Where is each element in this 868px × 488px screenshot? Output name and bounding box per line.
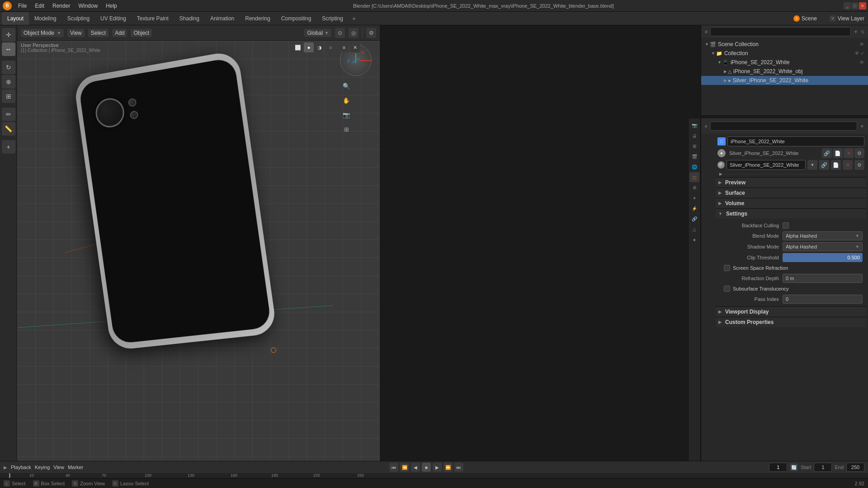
- frame-sync-btn[interactable]: 🔄: [790, 463, 798, 471]
- mat-link-btn[interactable]: 🔗: [819, 160, 829, 170]
- jump-start-btn[interactable]: ⏮: [389, 463, 398, 472]
- eye-icon[interactable]: 👁: [859, 42, 864, 47]
- pan-icon[interactable]: ✋: [340, 94, 353, 107]
- preview-section-header[interactable]: ▶ Preview: [716, 177, 866, 188]
- material-name-dropdown[interactable]: Silver_iPhone_SE_2022_White: [726, 160, 806, 170]
- menu-edit[interactable]: Edit: [31, 2, 48, 10]
- mat-new2-btn[interactable]: 📄: [831, 160, 841, 170]
- tree-collection[interactable]: ▼ 📁 Collection 👁 ✓: [701, 49, 868, 58]
- sort-icon[interactable]: ⇅: [861, 29, 864, 34]
- clip-threshold-input[interactable]: 0.500: [783, 253, 863, 262]
- add-workspace-button[interactable]: +: [349, 13, 359, 24]
- viewport[interactable]: User Perspective (1) Collection | iPhone…: [17, 41, 380, 461]
- tab-sculpting[interactable]: Sculpting: [62, 12, 95, 25]
- tab-compositing[interactable]: Compositing: [276, 12, 317, 25]
- mat-gear-btn[interactable]: ⚙: [854, 160, 864, 170]
- tab-animation[interactable]: Animation: [205, 12, 240, 25]
- wireframe-shading-btn[interactable]: ⬜: [293, 42, 303, 52]
- measure-tool[interactable]: 📏: [2, 122, 15, 136]
- start-frame-input[interactable]: 1: [814, 463, 832, 472]
- rendered-shading-btn[interactable]: ○: [326, 42, 335, 52]
- props-output-tab[interactable]: 🖨: [689, 131, 699, 141]
- select-menu[interactable]: Select: [88, 29, 108, 37]
- mat-browse-btn[interactable]: ▼: [807, 160, 817, 170]
- minimize-button[interactable]: _: [844, 2, 851, 9]
- props-particles-tab[interactable]: ✴: [689, 193, 699, 203]
- collection-eye-icon[interactable]: 👁: [854, 51, 859, 56]
- menu-file[interactable]: File: [14, 2, 30, 10]
- maximize-button[interactable]: □: [851, 2, 859, 9]
- view-menu[interactable]: View: [67, 29, 85, 37]
- scale-tool[interactable]: ⊕: [2, 75, 15, 89]
- props-object-tab[interactable]: ◻: [689, 172, 699, 182]
- shadow-mode-dropdown[interactable]: Alpha Hashed ▼: [783, 242, 863, 251]
- rotate-tool[interactable]: ↻: [2, 61, 15, 74]
- tree-scene-collection[interactable]: ▼ 🎬 Scene Collection 👁: [701, 40, 868, 49]
- solid-shading-btn[interactable]: ●: [304, 42, 314, 52]
- tab-rendering[interactable]: Rendering: [240, 12, 275, 25]
- step-forward-btn[interactable]: ⏩: [443, 463, 453, 472]
- collection-check-icon[interactable]: ✓: [860, 51, 864, 56]
- material-copy-btn[interactable]: 🔗: [822, 148, 832, 158]
- menu-window[interactable]: Window: [75, 2, 101, 10]
- custom-properties-section-header[interactable]: ▶ Custom Properties: [716, 317, 866, 327]
- props-search[interactable]: [710, 122, 857, 131]
- props-modifier-tab[interactable]: ⚙: [689, 183, 699, 192]
- surface-section-header[interactable]: ▶ Surface: [716, 188, 866, 198]
- props-render-tab[interactable]: 📷: [689, 120, 699, 130]
- tab-scripting[interactable]: Scripting: [316, 12, 349, 25]
- marker-menu[interactable]: Marker: [68, 465, 83, 470]
- viewlayer-label[interactable]: View Layer: [838, 15, 864, 22]
- refraction-depth-input[interactable]: 0 m: [783, 274, 863, 283]
- tree-silver-material[interactable]: ▶ ● Silver_iPhone_SE_2022_White: [701, 76, 868, 85]
- volume-section-header[interactable]: ▶ Volume: [716, 198, 866, 208]
- object-menu[interactable]: Object: [131, 29, 152, 37]
- object-name-field[interactable]: iPhone_SE_2022_White: [727, 136, 864, 146]
- props-scene-tab[interactable]: 🎬: [689, 151, 699, 161]
- expand-arrow-icon[interactable]: ▶: [719, 172, 722, 176]
- props-view-layer-tab[interactable]: ⊞: [689, 141, 699, 151]
- blender-logo[interactable]: B: [3, 1, 12, 10]
- ortho-icon[interactable]: ⊞: [340, 123, 353, 136]
- props-world-tab[interactable]: 🌐: [689, 162, 699, 172]
- end-frame-input[interactable]: 250: [846, 463, 864, 472]
- playback-menu[interactable]: Playback: [11, 465, 31, 470]
- blend-mode-dropdown[interactable]: Alpha Hashed ▼: [783, 231, 863, 240]
- overlay-btn[interactable]: ≡: [339, 42, 349, 52]
- snap-icon[interactable]: ⊙: [335, 28, 345, 38]
- tab-shading[interactable]: Shading: [174, 12, 205, 25]
- tree-iphone-object[interactable]: ▼ 📱 iPhone_SE_2022_White 👁: [701, 58, 868, 67]
- tab-uv-editing[interactable]: UV Editing: [95, 12, 132, 25]
- tab-layout[interactable]: Layout: [2, 12, 29, 25]
- close-button[interactable]: ✕: [859, 2, 866, 9]
- play-back-btn[interactable]: ◀: [411, 463, 420, 472]
- proportional-edit-icon[interactable]: ◎: [349, 28, 359, 38]
- annotate-tool[interactable]: ✏: [2, 108, 15, 121]
- props-constraints-tab[interactable]: 🔗: [689, 214, 699, 224]
- object-eye-icon[interactable]: 👁: [859, 60, 864, 65]
- material-delete-btn[interactable]: ✕: [844, 148, 854, 158]
- object-mode-dropdown[interactable]: Object Mode ▼: [21, 29, 64, 37]
- current-frame-input[interactable]: 1: [769, 463, 787, 472]
- material-shading-btn[interactable]: ◑: [315, 42, 325, 52]
- material-settings-btn[interactable]: ⚙: [854, 148, 864, 158]
- outliner-search[interactable]: [710, 27, 851, 36]
- backface-culling-checkbox[interactable]: [783, 222, 789, 229]
- step-back-btn[interactable]: ⏪: [400, 463, 409, 472]
- tab-texture-paint[interactable]: Texture Paint: [132, 12, 174, 25]
- pass-index-input[interactable]: 0: [783, 295, 863, 304]
- camera-view-icon[interactable]: 📷: [340, 108, 353, 121]
- move-tool[interactable]: ↔: [2, 42, 15, 56]
- add-tool[interactable]: +: [2, 140, 15, 154]
- filter-icon[interactable]: ▼: [854, 29, 858, 34]
- subsurface-translucency-checkbox[interactable]: [724, 286, 730, 292]
- zoom-in-icon[interactable]: 🔍: [340, 80, 353, 92]
- props-material-tab[interactable]: ●: [689, 235, 699, 244]
- menu-render[interactable]: Render: [49, 2, 74, 10]
- mat-x-btn[interactable]: ✕: [843, 160, 853, 170]
- options-button[interactable]: ⚙: [366, 28, 376, 38]
- stop-btn[interactable]: ■: [422, 463, 431, 472]
- tree-iphone-mesh[interactable]: ▶ △ iPhone_SE_2022_White_obj: [701, 67, 868, 76]
- tab-modeling[interactable]: Modeling: [29, 12, 62, 25]
- viewport-display-section-header[interactable]: ▶ Viewport Display: [716, 306, 866, 317]
